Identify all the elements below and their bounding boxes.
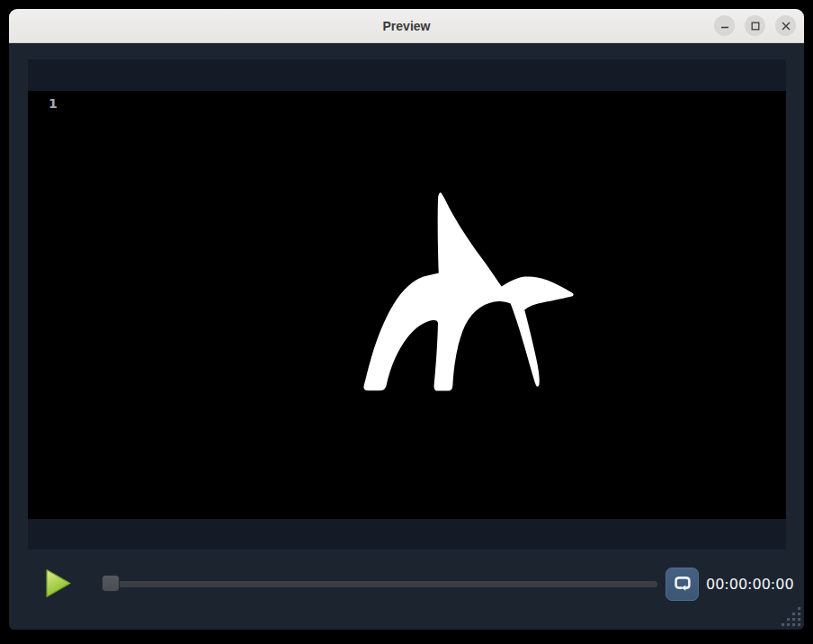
minimize-button[interactable] — [714, 15, 735, 36]
play-button[interactable] — [45, 568, 72, 598]
seek-slider-handle[interactable] — [102, 575, 120, 592]
close-icon — [781, 21, 791, 31]
video-frame: 1 — [28, 91, 786, 519]
close-button[interactable] — [775, 15, 796, 36]
window-body: 1 — [9, 43, 804, 630]
loop-icon — [672, 572, 693, 596]
seek-slider-track[interactable] — [103, 581, 657, 587]
desktop: { "window": { "title": "Preview", "contr… — [0, 0, 813, 644]
minimize-icon — [719, 21, 730, 31]
maximize-button[interactable] — [745, 15, 765, 36]
animal-silhouette — [28, 91, 786, 519]
play-icon — [45, 587, 72, 601]
maximize-icon — [750, 21, 761, 31]
loop-button[interactable] — [666, 568, 699, 601]
resize-grip[interactable] — [779, 604, 802, 628]
titlebar[interactable]: Preview — [9, 9, 804, 43]
preview-window: Preview — [9, 9, 804, 630]
preview-canvas-area[interactable]: 1 — [28, 59, 786, 550]
frame-number-label: 1 — [49, 96, 58, 111]
time-display: 00:00:00:00 — [706, 568, 794, 601]
window-controls — [714, 15, 796, 36]
window-title: Preview — [383, 19, 431, 33]
